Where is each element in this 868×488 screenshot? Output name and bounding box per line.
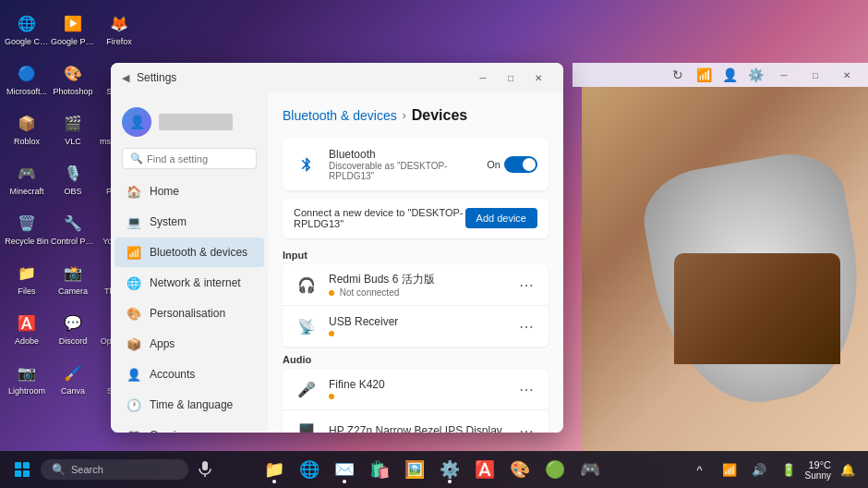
taskbar-icon-store[interactable]: 🛍️: [363, 453, 396, 486]
input-device-more-0[interactable]: ⋯: [515, 276, 537, 294]
volume-icon[interactable]: 🔊: [746, 457, 772, 482]
audio-section-header: Audio: [283, 354, 549, 365]
taskbar-icon-edge[interactable]: 🌐: [293, 453, 326, 486]
input-device-info-1: USB Receiver: [329, 315, 515, 338]
sidebar-item-personalisation[interactable]: 🎨 Personalisation: [115, 299, 264, 328]
desktop-icons-area: 🌐Google Ch... 🔵Microsoft... 📦Roblox 🎮Min…: [0, 0, 102, 453]
settings-window: ◀ Settings ─ □ ✕ 👤 🔍: [111, 63, 563, 433]
audio-device-icon-1: 🖥️: [294, 418, 319, 433]
taskbar-icon-settings-taskbar[interactable]: ⚙️: [433, 453, 466, 486]
status-dot-1: [329, 331, 334, 336]
maximize-btn[interactable]: □: [497, 68, 524, 87]
network-tray-icon[interactable]: 📶: [717, 457, 742, 482]
add-device-button[interactable]: Add device: [465, 208, 537, 228]
sidebar-user: 👤: [111, 100, 268, 144]
desktop-icon-firefox[interactable]: 🦊Firefox: [97, 5, 141, 53]
home-icon: 🏠: [126, 183, 142, 200]
input-device-name-1: USB Receiver: [329, 315, 515, 328]
taskbar-icon-adobe-taskbar[interactable]: 🅰️: [468, 453, 501, 486]
sidebar-item-network[interactable]: 🌐 Network & internet: [115, 268, 264, 298]
input-device-more-1[interactable]: ⋯: [515, 318, 537, 336]
top-right-bar: ↻ 📶 👤 ⚙️ ─ □ ✕: [573, 63, 868, 87]
desktop-icon-chrome[interactable]: 🌐Google Ch...: [5, 5, 49, 53]
input-device-icon-0: 🎧: [294, 272, 319, 298]
battery-icon[interactable]: 🔋: [776, 457, 802, 482]
sidebar-item-time[interactable]: 🕐 Time & language: [115, 390, 264, 420]
sidebar-item-bluetooth[interactable]: 📶 Bluetooth & devices: [115, 238, 264, 267]
desktop-icon-apps[interactable]: 📦Roblox: [5, 104, 49, 152]
audio-device-row-0[interactable]: 🎤 Fifine K420 ⋯: [283, 369, 549, 410]
desktop-icon-canva[interactable]: 🖌️Canva: [51, 354, 95, 402]
start-button[interactable]: [7, 455, 37, 484]
sidebar-item-accounts[interactable]: 👤 Accounts: [115, 360, 264, 389]
desktop-icon-adobe[interactable]: 🅰️Adobe: [5, 304, 49, 352]
sidebar-item-gaming[interactable]: 🎮 Gaming: [115, 421, 264, 433]
desktop-icon-camera[interactable]: 📸Camera: [51, 254, 95, 302]
sidebar-item-apps[interactable]: 📦 Apps: [115, 329, 264, 359]
desktop-icon-controlpanel[interactable]: 🔧Control Panel: [51, 204, 95, 252]
refresh-icon[interactable]: ↻: [667, 64, 689, 86]
top-settings-icon[interactable]: ⚙️: [744, 64, 766, 86]
accounts-icon: 👤: [126, 366, 142, 383]
window-body: 👤 🔍 🏠 Home 💻 System: [111, 92, 563, 433]
taskbar-icon-explorer[interactable]: 📁: [258, 453, 291, 486]
audio-device-more-0[interactable]: ⋯: [515, 381, 537, 398]
toggle-container: On: [487, 156, 537, 173]
bluetooth-label-area: Bluetooth Discoverable as "DESKTOP-RPLDG…: [329, 148, 487, 181]
taskbar-search-box[interactable]: 🔍 Search: [41, 459, 188, 480]
audio-device-row-1[interactable]: 🖥️ HP Z27n Narrow Bezel IPS Display ⋯: [283, 410, 549, 433]
voice-icon[interactable]: [192, 457, 218, 482]
audio-device-more-1[interactable]: ⋯: [515, 422, 537, 433]
taskbar-icon-ps-taskbar[interactable]: 🎨: [503, 453, 536, 486]
desktop-icon-edge[interactable]: 🔵Microsoft...: [5, 55, 49, 103]
desktop-icon-discord[interactable]: 💬Discord: [51, 304, 95, 352]
input-device-info-0: Redmi Buds 6 活力版 Not connected: [329, 272, 515, 298]
gaming-icon: 🎮: [126, 427, 142, 433]
input-device-row-1[interactable]: 📡 USB Receiver ⋯: [283, 306, 549, 347]
desktop-icon-obs[interactable]: 🎙️OBS: [51, 154, 95, 202]
apps-icon: 📦: [126, 336, 142, 352]
svg-rect-0: [202, 461, 208, 470]
search-input[interactable]: [147, 153, 248, 165]
input-device-row-0[interactable]: 🎧 Redmi Buds 6 活力版 Not connected ⋯: [283, 264, 549, 306]
desktop-icon-games[interactable]: 🎮Minecraft: [5, 154, 49, 202]
desktop-icon-lightroom[interactable]: 📷Lightroom: [5, 354, 49, 402]
wifi-icon[interactable]: 📶: [693, 64, 715, 86]
minimize-btn[interactable]: ─: [469, 68, 497, 87]
input-section-header: Input: [283, 250, 549, 261]
desktop-icon-vlc[interactable]: 🎬VLC: [51, 104, 95, 152]
maximize-button[interactable]: □: [802, 66, 829, 84]
taskbar-icon-browser2[interactable]: 🟢: [538, 453, 572, 486]
minimize-button[interactable]: ─: [770, 66, 798, 84]
taskbar-icon-photos-taskbar[interactable]: 🖼️: [398, 453, 431, 486]
notification-icon[interactable]: 🔔: [835, 457, 861, 482]
sidebar: 👤 🔍 🏠 Home 💻 System: [111, 92, 268, 433]
add-device-text: Connect a new device to "DESKTOP-RPLDG13…: [294, 207, 465, 229]
audio-device-status-0: [329, 391, 515, 401]
desktop-icon-files[interactable]: 📁Files: [5, 254, 49, 302]
sidebar-item-home[interactable]: 🏠 Home: [115, 177, 264, 206]
taskbar-icon-mail[interactable]: ✉️: [328, 453, 361, 486]
desktop-icon-ps[interactable]: 🎨Photoshop: [51, 55, 95, 103]
desktop-icon-recyclebin[interactable]: 🗑️Recycle Bin: [5, 204, 49, 252]
taskbar-icon-game-taskbar[interactable]: 🎮: [573, 453, 607, 486]
time-icon: 🕐: [126, 396, 142, 413]
breadcrumb-parent[interactable]: Bluetooth & devices: [283, 108, 397, 123]
back-arrow-icon[interactable]: ◀: [122, 72, 129, 84]
photo-area: [582, 87, 868, 457]
audio-device-icon-0: 🎤: [294, 376, 319, 402]
audio-status-dot-0: [329, 394, 334, 399]
sidebar-search-box[interactable]: 🔍: [122, 148, 257, 169]
main-content: Bluetooth & devices › Devices Bluetooth …: [268, 92, 563, 433]
desktop-icon-google-play[interactable]: ▶️Google Play: [51, 5, 95, 53]
bluetooth-toggle[interactable]: [504, 156, 537, 173]
taskbar-clock[interactable]: 19°C Sunny: [805, 459, 831, 481]
taskbar-chevron-icon[interactable]: ^: [687, 457, 713, 482]
close-btn[interactable]: ✕: [524, 68, 552, 87]
taskbar-right-area: ^ 📶 🔊 🔋 19°C Sunny 🔔: [687, 457, 861, 482]
close-button[interactable]: ✕: [833, 66, 861, 84]
top-user-icon[interactable]: 👤: [718, 64, 741, 86]
sidebar-item-system[interactable]: 💻 System: [115, 207, 264, 237]
input-device-status-1: [329, 328, 515, 338]
system-icon: 💻: [126, 214, 142, 230]
